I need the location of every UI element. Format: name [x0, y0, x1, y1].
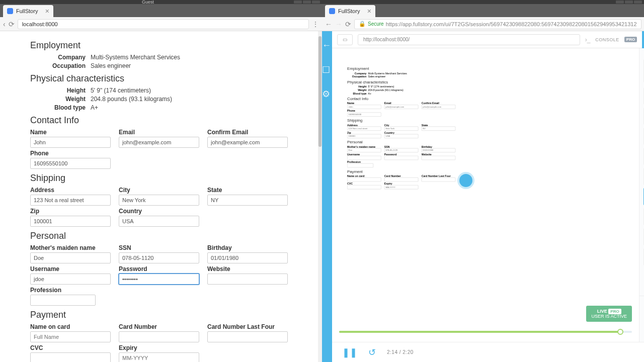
player-controls: ❚❚ ↺ 2:14 / 2:20 ‹ SHARE FULL SCREEN	[332, 342, 644, 362]
live-badge: LIVE PRO USER IS ACTIVE	[586, 306, 632, 322]
window-titlebar: Guest	[0, 0, 322, 4]
reload-icon[interactable]: ⟳	[345, 20, 351, 28]
back-icon[interactable]: ‹	[3, 20, 6, 28]
timeline[interactable]	[332, 331, 639, 340]
back-arrow-icon[interactable]: ←	[322, 40, 332, 50]
url-input[interactable]: 🔒 Secure https://app.fullstory.com/ui/7T…	[354, 19, 641, 29]
devtools-icon[interactable]: ›_	[585, 36, 591, 43]
profession-field[interactable]	[30, 295, 96, 306]
page-content: Employment CompanyMulti-Systems Merchant…	[0, 31, 322, 362]
session-url: http://localhost:8000/	[358, 34, 580, 45]
cvc-field[interactable]	[30, 352, 111, 362]
left-browser-window: Guest FullStory × ‹ ⟳ localhost:8000 ⋮ E…	[0, 0, 322, 362]
close-icon[interactable]: ×	[367, 7, 371, 15]
session-player: ▭ http://localhost:8000/ ›_ CONSOLE PRO …	[332, 31, 644, 362]
zip-field[interactable]	[30, 216, 111, 227]
favicon-icon	[7, 8, 13, 14]
window-close[interactable]	[312, 1, 320, 4]
next-session-row: NEXT SESSION AUTOPLAY OFF	[639, 296, 644, 307]
right-browser-window: FullStory × ← → ⟳ 🔒 Secure https://app.f…	[322, 0, 644, 362]
payment-heading: Payment	[30, 310, 292, 320]
url-input[interactable]: localhost:8000	[18, 19, 309, 29]
replay-viewport: Employment CompanyMulti-Systems Merchant…	[332, 48, 639, 342]
back-to-top[interactable]: BACK TO TOP	[639, 48, 644, 57]
player-topbar: ▭ http://localhost:8000/ ›_ CONSOLE PRO …	[332, 31, 644, 48]
forward-icon: →	[335, 20, 342, 28]
window-titlebar	[322, 0, 644, 4]
maiden-name-field[interactable]	[30, 252, 111, 263]
rewind-icon[interactable]: ↺	[368, 347, 376, 358]
event-panel: BACK TO TOP ☺ User 15 5:27 PM • CHROME, …	[639, 48, 644, 342]
playback-button[interactable]: ▶PLAYBACK	[642, 31, 644, 48]
password-field[interactable]	[119, 274, 199, 285]
physical-heading: Physical characteristics	[30, 73, 292, 84]
fullstory-sidenav: ← ☐ ⚙	[322, 31, 332, 362]
tab-title: FullStory	[16, 8, 38, 14]
timeline-knob[interactable]	[617, 329, 623, 335]
browser-tab[interactable]: FullStory ×	[3, 5, 53, 17]
event-list[interactable]: ⌨Changed ("USA") :↖Clicked⌨Changed ("Doe…	[639, 85, 644, 296]
lock-icon: 🔒	[359, 21, 366, 27]
browser-tab[interactable]: FullStory ×	[325, 5, 375, 17]
device-icon: ▭	[337, 34, 353, 45]
next-session-play[interactable]: ▶	[639, 307, 644, 342]
briefcase-icon[interactable]: ☐	[322, 64, 332, 74]
back-icon[interactable]: ←	[325, 20, 332, 28]
expiry-field[interactable]	[119, 352, 199, 362]
website-field[interactable]	[207, 274, 288, 285]
ssn-field[interactable]	[119, 252, 199, 263]
tab-title: FullStory	[338, 8, 360, 14]
pro-badge: PRO	[624, 37, 637, 42]
gear-icon[interactable]: ⚙	[322, 88, 332, 99]
tab-strip: FullStory ×	[0, 4, 322, 17]
contact-heading: Contact Info	[30, 115, 292, 126]
time-display: 2:14 / 2:20	[387, 349, 414, 355]
city-field[interactable]	[119, 195, 199, 206]
address-bar: ← → ⟳ 🔒 Secure https://app.fullstory.com…	[322, 17, 644, 31]
window-minimize[interactable]	[616, 1, 624, 4]
window-maximize[interactable]	[625, 1, 633, 4]
address-bar: ‹ ⟳ localhost:8000 ⋮	[0, 17, 322, 31]
window-close[interactable]	[634, 1, 642, 4]
window-maximize[interactable]	[303, 1, 311, 4]
close-icon[interactable]: ×	[45, 7, 49, 15]
replay-cursor-icon	[459, 174, 472, 187]
pause-icon[interactable]: ❚❚	[342, 347, 357, 358]
cardlast4-field[interactable]	[207, 331, 288, 342]
username-field[interactable]	[30, 274, 111, 285]
scrollbar-thumb[interactable]	[318, 36, 321, 147]
window-minimize[interactable]	[294, 1, 302, 4]
tab-strip: FullStory ×	[322, 4, 644, 17]
state-field[interactable]	[207, 195, 288, 206]
country-field[interactable]	[119, 216, 199, 227]
email-field[interactable]	[119, 137, 199, 148]
menu-icon[interactable]: ⋮	[312, 20, 319, 28]
shipping-heading: Shipping	[30, 173, 292, 184]
cardnumber-field[interactable]	[119, 331, 199, 342]
cardname-field[interactable]	[30, 331, 111, 342]
employment-heading: Employment	[30, 40, 292, 51]
personal-heading: Personal	[30, 231, 292, 241]
scrollbar[interactable]	[318, 31, 322, 362]
name-field[interactable]	[30, 137, 111, 148]
favicon-icon	[329, 8, 335, 14]
birthday-field[interactable]	[207, 252, 288, 263]
console-label[interactable]: CONSOLE	[595, 37, 619, 42]
address-field[interactable]	[30, 195, 111, 206]
phone-field[interactable]	[30, 158, 111, 169]
confirm-email-field[interactable]	[207, 137, 288, 148]
reload-icon[interactable]: ⟳	[9, 20, 15, 28]
